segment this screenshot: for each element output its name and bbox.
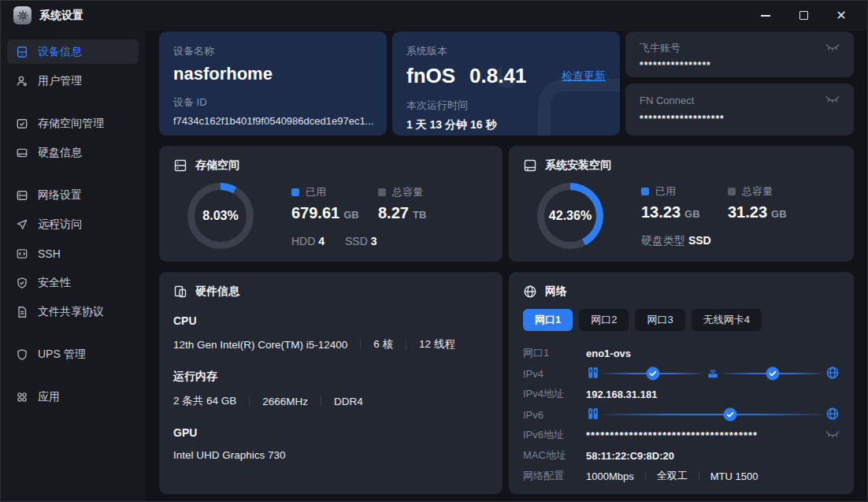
device-name: nasforhome xyxy=(173,64,373,84)
sidebar-item-ssh[interactable]: SSH xyxy=(7,241,139,266)
ssd-count: 3 xyxy=(371,235,377,247)
storage-percent: 8.03% xyxy=(202,209,238,223)
total-legend-swatch xyxy=(728,188,736,195)
system-version-label: 系统版本 xyxy=(406,44,606,58)
device-id-label: 设备 ID xyxy=(173,95,373,110)
cpu-threads: 12 线程 xyxy=(419,337,455,351)
sidebar-item-label: 远程访问 xyxy=(38,218,82,232)
storage-donut-chart: 8.03% xyxy=(187,183,254,249)
ipv6-address-masked: ************************************ xyxy=(586,429,758,441)
sidebar-item-label: UPS 管理 xyxy=(38,348,86,362)
os-name: fnOS xyxy=(406,64,455,88)
sidebar-item-label: 文件共享协议 xyxy=(38,305,104,319)
fn-connect-label: FN Connect xyxy=(640,95,694,106)
ram-label: 运行内存 xyxy=(173,370,488,384)
total-value: 8.27 xyxy=(378,204,409,221)
disk-type-value: SSD xyxy=(688,234,711,247)
hardware-card-title: 硬件信息 xyxy=(195,284,239,299)
ram-size: 2 条共 64 GB xyxy=(173,394,236,408)
device-name-label: 设备名称 xyxy=(173,44,373,58)
eye-closed-icon[interactable] xyxy=(825,95,840,106)
file-share-icon xyxy=(15,305,28,318)
maximize-button[interactable] xyxy=(790,6,817,26)
system-version-card: 系统版本 fnOS 0.8.41 检查更新 本次运行时间 1 天 13 分钟 1… xyxy=(392,32,620,136)
cpu-cores: 6 核 xyxy=(373,337,393,351)
check-icon xyxy=(766,367,780,381)
uptime-label: 本次运行时间 xyxy=(406,99,606,113)
ssd-label: SSD xyxy=(345,235,368,247)
system-space-card-title: 系统安装空间 xyxy=(545,158,611,173)
sidebar-item-device-info[interactable]: 设备信息 xyxy=(7,39,139,64)
system-disk-icon xyxy=(523,158,537,173)
sidebar-item-apps[interactable]: 应用 xyxy=(7,385,139,409)
uptime-value: 1 天 13 分钟 16 秒 xyxy=(406,118,606,132)
ipv4-address: 192.168.31.181 xyxy=(586,389,657,400)
disk-type-label: 硬盘类型 xyxy=(641,234,685,247)
system-install-space-card: 系统安装空间 42.36% 已用 13.23GB 总容量 31.23GB xyxy=(509,146,854,262)
system-space-percent: 42.36% xyxy=(549,209,592,223)
sidebar-item-security[interactable]: 安全性 xyxy=(7,270,139,295)
used-value: 679.61 xyxy=(291,204,339,221)
tab-port2[interactable]: 网口2 xyxy=(579,309,629,331)
hdd-label: HDD xyxy=(291,235,315,247)
sidebar-item-disk-info[interactable]: 硬盘信息 xyxy=(7,140,139,165)
tab-port3[interactable]: 网口3 xyxy=(635,309,684,331)
ups-icon xyxy=(15,348,28,361)
ipv6-connectivity-diagram xyxy=(586,407,840,423)
gpu-model: Intel UHD Graphics 730 xyxy=(173,449,286,461)
eye-closed-icon[interactable] xyxy=(825,429,840,441)
total-label: 总容量 xyxy=(392,185,423,199)
titlebar: 系统设置 ✕ xyxy=(1,1,867,30)
used-unit: GB xyxy=(343,209,359,221)
sidebar-item-remote-access[interactable]: 远程访问 xyxy=(7,212,139,236)
storage-card-title: 存储空间 xyxy=(195,158,239,173)
total-value: 31.23 xyxy=(728,203,767,221)
check-update-link[interactable]: 检查更新 xyxy=(562,69,606,84)
router-icon xyxy=(706,366,720,382)
eye-closed-icon[interactable] xyxy=(825,43,840,54)
ssh-icon xyxy=(15,247,28,260)
fn-connect-card: FN Connect ******************* xyxy=(625,84,854,136)
sidebar-item-network-settings[interactable]: 网络设置 xyxy=(7,183,139,207)
used-legend-swatch xyxy=(641,188,649,195)
minimize-button[interactable] xyxy=(752,6,779,26)
close-button[interactable]: ✕ xyxy=(828,6,855,26)
iface-label: 网口1 xyxy=(523,346,586,360)
sidebar-item-label: 用户管理 xyxy=(38,74,82,88)
gear-icon xyxy=(13,6,32,24)
used-label: 已用 xyxy=(655,184,676,199)
device-info-icon xyxy=(15,45,28,58)
sidebar-item-file-sharing[interactable]: 文件共享协议 xyxy=(7,299,139,324)
tab-wireless4[interactable]: 无线网卡4 xyxy=(692,309,762,331)
cpu-model: 12th Gen Intel(R) Core(TM) i5-12400 xyxy=(173,339,347,351)
net-speed: 1000Mbps xyxy=(586,470,634,482)
sidebar-item-label: 硬盘信息 xyxy=(38,146,82,160)
sidebar-item-label: 安全性 xyxy=(38,276,71,290)
check-icon xyxy=(724,408,737,422)
check-icon xyxy=(647,367,660,381)
total-label: 总容量 xyxy=(742,184,773,199)
hdd-count: 4 xyxy=(318,235,325,247)
sidebar-item-user-management[interactable]: 用户管理 xyxy=(7,69,139,93)
globe-icon xyxy=(825,366,840,382)
os-version: 0.8.41 xyxy=(469,64,526,88)
sidebar-item-storage-management[interactable]: 存储空间管理 xyxy=(7,111,139,136)
network-card: 网络 网口1 网口2 网口3 无线网卡4 网口1 eno1-ovs IPv4 xyxy=(509,272,854,494)
ram-frequency: 2666MHz xyxy=(262,396,308,407)
ram-type: DDR4 xyxy=(334,396,363,407)
mac-label: MAC地址 xyxy=(523,448,586,463)
iface-value: eno1-ovs xyxy=(586,348,631,359)
sidebar-item-ups-management[interactable]: UPS 管理 xyxy=(7,342,139,366)
network-card-title: 网络 xyxy=(545,284,567,299)
nas-icon xyxy=(586,366,600,382)
fn-account-masked-value: **************** xyxy=(640,60,840,71)
storage-space-card: 存储空间 8.03% 已用 679.61GB 总容量 8.27TB xyxy=(159,146,503,262)
network-settings-icon xyxy=(15,188,28,202)
cpu-label: CPU xyxy=(173,314,488,327)
device-info-card: 设备名称 nasforhome 设备 ID f7434c162f1b401f9f… xyxy=(159,32,387,136)
tab-port1[interactable]: 网口1 xyxy=(523,309,573,331)
ipv4-connectivity-diagram xyxy=(586,366,840,382)
device-id: f7434c162f1b401f9f0540986dced1e97ec1... xyxy=(173,115,373,127)
main-content: 设备名称 nasforhome 设备 ID f7434c162f1b401f9f… xyxy=(145,30,867,501)
nas-icon xyxy=(586,407,600,423)
